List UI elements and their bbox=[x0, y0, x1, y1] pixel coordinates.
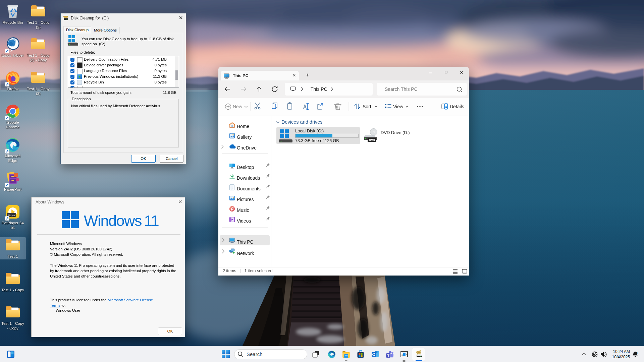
svg-text:DVD: DVD bbox=[369, 138, 375, 142]
svg-text:z: z bbox=[636, 352, 638, 354]
